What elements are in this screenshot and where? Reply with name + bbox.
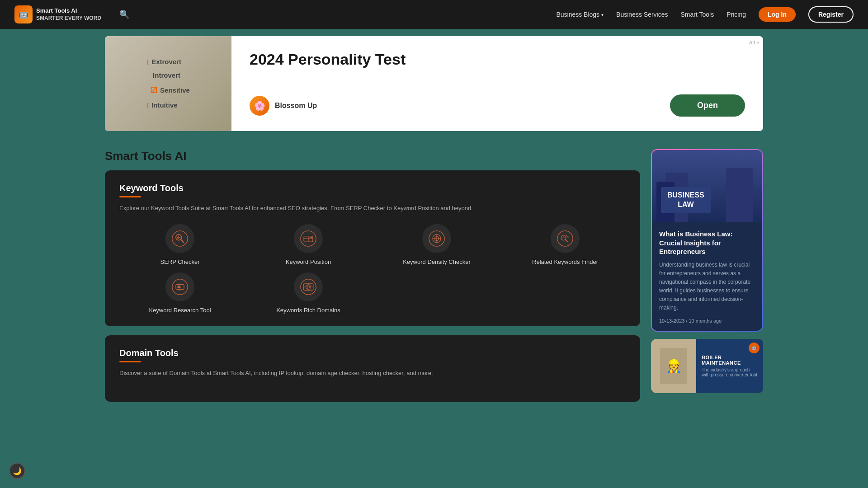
- blog-card-2[interactable]: 👷 BOILER MAINTENANCE The industry's appr…: [651, 339, 763, 393]
- brand-tagline: SMARTER EVERY WORD: [36, 15, 101, 22]
- related-keywords-icon: [551, 224, 580, 253]
- keyword-position-label: Keyword Position: [286, 258, 331, 265]
- nav-smart-tools[interactable]: Smart Tools: [681, 11, 714, 18]
- blog-card-1-wrapper: BUSINESSLAW What is Business Law: Crucia…: [651, 149, 763, 332]
- svg-point-0: [172, 231, 188, 246]
- ad-banner: Ad × { Extrovert Introvert ☑Sensitive { …: [105, 36, 763, 131]
- ad-title: 2024 Personality Test: [250, 51, 745, 68]
- nav-business-services[interactable]: Business Services: [616, 11, 668, 18]
- svg-point-15: [557, 231, 573, 246]
- domain-tools-card: Domain Tools Discover a suite of Domain …: [105, 335, 640, 402]
- tool-keyword-research[interactable]: Keyword Research Tool: [119, 272, 241, 314]
- tool-serp-checker[interactable]: SERP Checker: [119, 224, 241, 265]
- sidebar: BUSINESSLAW What is Business Law: Crucia…: [651, 149, 763, 411]
- ad-image: { Extrovert Introvert ☑Sensitive { Intui…: [105, 36, 231, 131]
- serp-checker-icon: [165, 224, 194, 253]
- keyword-research-label: Keyword Research Tool: [149, 307, 211, 314]
- blog-1-meta: 10-13-2023 / 10 months ago: [659, 318, 755, 324]
- blog-2-brand-icon: 🤖: [749, 343, 760, 353]
- brand: 🤖 Smart Tools AI SMARTER EVERY WORD: [14, 5, 101, 23]
- keyword-tools-card: Keyword Tools Explore our Keyword Tools …: [105, 170, 640, 326]
- dark-mode-toggle[interactable]: 🌙: [9, 463, 25, 479]
- keyword-density-label: Keyword Density Checker: [403, 258, 471, 265]
- domain-tools-title: Domain Tools: [119, 348, 626, 358]
- tool-related-keywords[interactable]: Related Keywords Finder: [505, 224, 626, 265]
- ad-brand-logo-icon: 🌸: [250, 96, 269, 116]
- keyword-tools-row2: Keyword Research Tool Keywords Rich Doma: [119, 272, 626, 314]
- blog-2-thumb: 👷: [651, 339, 696, 393]
- keywords-rich-domains-icon: [294, 272, 323, 301]
- domain-tools-desc: Discover a suite of Domain Tools at Smar…: [119, 369, 626, 378]
- navbar: 🤖 Smart Tools AI SMARTER EVERY WORD 🔍 Bu…: [0, 0, 868, 29]
- blog-1-ago: 10 months ago: [689, 318, 722, 324]
- blog-1-desc: Understanding business law is crucial fo…: [659, 261, 755, 313]
- related-keywords-label: Related Keywords Finder: [532, 258, 598, 265]
- keyword-tools-row1: SERP Checker Keyword Position: [119, 224, 626, 265]
- register-button[interactable]: Register: [808, 6, 854, 23]
- brand-logo-icon: 🤖: [14, 5, 33, 23]
- ad-body: 2024 Personality Test 🌸 Blossom Up Open: [231, 36, 763, 131]
- blog-1-body: What is Business Law: Crucial Insights f…: [652, 222, 762, 331]
- blog-2-subtitle: The industry's approach with pressure co…: [702, 367, 758, 377]
- nav-pricing[interactable]: Pricing: [726, 11, 746, 18]
- blog-1-image: BUSINESSLAW: [652, 150, 762, 222]
- blog-2-image: 👷 BOILER MAINTENANCE The industry's appr…: [651, 339, 763, 393]
- blog-2-title: BOILER MAINTENANCE: [702, 355, 758, 366]
- brand-text: Smart Tools AI SMARTER EVERY WORD: [36, 7, 101, 22]
- domain-tools-divider: [119, 361, 141, 362]
- blog-card-1[interactable]: BUSINESSLAW What is Business Law: Crucia…: [652, 150, 762, 331]
- ad-close-icon[interactable]: Ad ×: [749, 40, 760, 45]
- keywords-rich-domains-label: Keywords Rich Domains: [276, 307, 340, 314]
- tool-keyword-position[interactable]: Keyword Position: [248, 224, 369, 265]
- keyword-tools-title: Keyword Tools: [119, 183, 626, 193]
- brand-name: Smart Tools AI: [36, 7, 101, 15]
- ad-brand: 🌸 Blossom Up: [250, 96, 317, 116]
- keyword-research-icon: [165, 272, 194, 301]
- login-button[interactable]: Log In: [759, 7, 796, 22]
- keyword-tools-divider: [119, 196, 141, 197]
- serp-checker-label: SERP Checker: [160, 258, 199, 265]
- chevron-down-icon: ▾: [601, 12, 604, 17]
- keyword-tools-desc: Explore our Keyword Tools Suite at Smart…: [119, 204, 626, 213]
- nav-business-blogs[interactable]: Business Blogs ▾: [556, 11, 604, 18]
- ad-footer: 🌸 Blossom Up Open: [250, 94, 745, 117]
- tool-keyword-density[interactable]: Keyword Density Checker: [376, 224, 497, 265]
- blog-1-date: 10-13-2023: [659, 318, 684, 324]
- ad-open-button[interactable]: Open: [670, 94, 745, 117]
- blog-1-image-label: BUSINESSLAW: [661, 187, 711, 213]
- keyword-density-icon: [422, 224, 451, 253]
- main-content: Smart Tools AI Keyword Tools Explore our…: [0, 138, 868, 411]
- page-section: Smart Tools AI Keyword Tools Explore our…: [105, 138, 640, 411]
- ad-brand-name: Blossom Up: [275, 102, 317, 110]
- blog-1-title: What is Business Law: Crucial Insights f…: [659, 230, 755, 256]
- tool-keywords-rich-domains[interactable]: Keywords Rich Domains: [248, 272, 369, 314]
- keyword-position-icon: [294, 224, 323, 253]
- svg-point-9: [311, 236, 312, 238]
- page-title: Smart Tools AI: [105, 149, 640, 163]
- search-icon[interactable]: 🔍: [119, 9, 129, 19]
- nav-links: Business Blogs ▾ Business Services Smart…: [556, 6, 854, 23]
